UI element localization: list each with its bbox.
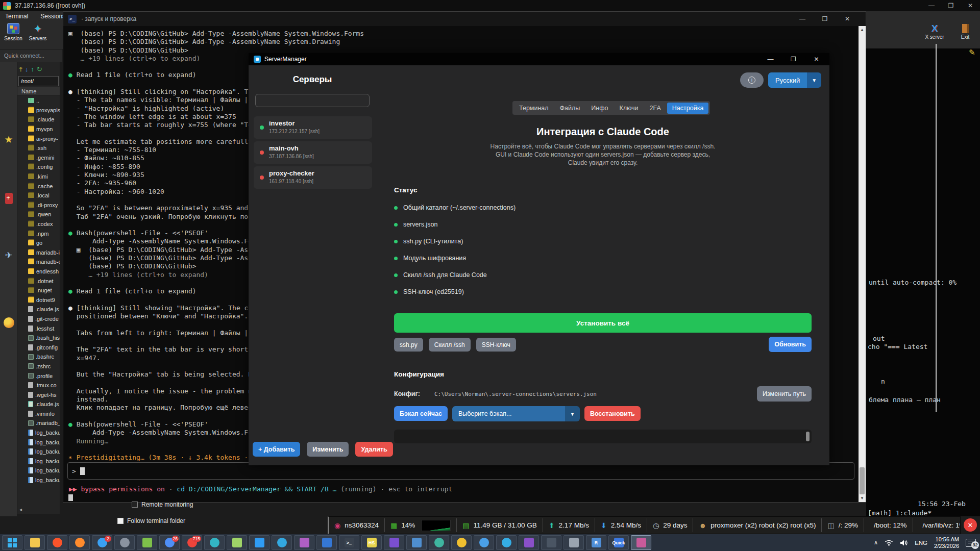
minimize-icon[interactable]: — — [759, 53, 782, 65]
taskbar-app-icon[interactable]: >_ — [339, 535, 359, 550]
tree-item[interactable]: .viminfo — [17, 409, 60, 419]
tab[interactable]: Инфо — [586, 103, 613, 114]
tray-expand-icon[interactable]: ∧ — [874, 539, 878, 546]
monitor-close-button[interactable]: ✕ — [964, 518, 977, 532]
taskbar-app-icon[interactable]: R — [586, 535, 606, 550]
server-list-item[interactable]: main-ovh 37.187.136.86 [ssh] — [254, 141, 372, 164]
exit-button[interactable]: Exit — [953, 23, 977, 40]
tree-item[interactable]: .. — [17, 96, 60, 106]
taskbar-app-icon[interactable]: HS — [361, 535, 382, 550]
refresh-icon[interactable]: ↻ — [37, 66, 42, 72]
tree-item[interactable]: .gitconfig — [17, 342, 60, 352]
taskbar-app-icon[interactable] — [451, 535, 472, 550]
taskbar-app-icon[interactable]: 2 — [92, 535, 112, 550]
component-button[interactable]: ssh.py — [394, 338, 423, 352]
taskbar-app-icon[interactable] — [496, 535, 517, 550]
tree-item[interactable]: .lesshst — [17, 323, 60, 333]
menu-terminal[interactable]: Terminal — [5, 13, 28, 20]
server-action-button[interactable]: Изменить — [307, 442, 349, 457]
volume-icon[interactable] — [900, 539, 908, 546]
tree-item[interactable]: .zshrc — [17, 362, 60, 371]
restore-button[interactable]: Восстановить — [584, 406, 641, 421]
tree-item[interactable]: .npm — [17, 229, 60, 238]
tree-item[interactable]: .tmux.co — [17, 381, 60, 390]
tree-item[interactable]: .profile — [17, 371, 60, 381]
quick-connect-input[interactable]: Quick connect... — [0, 49, 62, 62]
taskbar-app-icon[interactable] — [564, 535, 584, 550]
tree-item[interactable]: myvpn — [17, 124, 60, 134]
info-button[interactable]: i — [740, 72, 764, 88]
taskbar-app-icon[interactable] — [474, 535, 494, 550]
taskbar-app-icon[interactable] — [519, 535, 539, 550]
taskbar-app-icon[interactable] — [114, 535, 135, 550]
tree-item[interactable]: dotnet9 — [17, 295, 60, 305]
tree-item[interactable]: .nuget — [17, 286, 60, 295]
change-path-button[interactable]: Изменить путь — [757, 386, 812, 402]
tree-item[interactable]: .wget-hs — [17, 390, 60, 399]
favorites-star-icon[interactable]: ★ — [0, 134, 17, 145]
x-server-button[interactable]: X X server — [923, 23, 946, 40]
refresh-button[interactable]: Обновить — [769, 337, 812, 352]
tree-item[interactable]: endlessh — [17, 267, 60, 277]
menu-sessions[interactable]: Sessions — [40, 13, 65, 20]
tab[interactable]: Настройка — [667, 103, 709, 114]
tree-scroll-left-icon[interactable]: ◂ — [19, 507, 22, 512]
taskbar-app-icon[interactable] — [69, 535, 90, 550]
upload-icon[interactable]: ↑ — [31, 66, 34, 72]
server-search-input[interactable] — [255, 94, 370, 107]
minimize-icon[interactable]: — — [922, 0, 941, 11]
tree-item[interactable]: .bashrc — [17, 352, 60, 362]
scroll-up-icon[interactable]: ▲ — [859, 28, 866, 32]
maximize-icon[interactable]: ❐ — [782, 53, 805, 65]
taskbar-app-icon[interactable] — [47, 535, 67, 550]
download-icon[interactable]: ↓ — [25, 66, 29, 72]
notifications-icon[interactable]: 32 — [966, 539, 976, 547]
tree-column-header[interactable]: Name — [17, 87, 60, 96]
minimize-icon[interactable]: — — [791, 12, 814, 26]
tree-item[interactable]: .claude — [17, 115, 60, 124]
tree-item[interactable]: log_backu — [17, 447, 60, 457]
restore-icon[interactable]: ❐ — [814, 12, 836, 26]
tree-item[interactable]: .dotnet — [17, 276, 60, 286]
close-icon[interactable]: ✕ — [836, 12, 859, 26]
tree-item[interactable]: .di-proxy — [17, 201, 60, 210]
scrollbar-thumb[interactable] — [806, 432, 810, 441]
tab[interactable]: Файлы — [555, 103, 585, 114]
wifi-icon[interactable] — [885, 539, 893, 546]
tools-knife-icon[interactable] — [0, 193, 17, 206]
taskbar-app-icon[interactable] — [384, 535, 404, 550]
tree-item[interactable]: ai-proxy- — [17, 134, 60, 143]
server-list-item[interactable]: investor 173.212.212.157 [ssh] — [254, 116, 372, 139]
servers-button[interactable]: ✦ Servers — [26, 23, 50, 41]
tree-item[interactable]: log_backu — [17, 457, 60, 466]
tree-item[interactable]: log_backu — [17, 475, 60, 485]
globe-icon[interactable] — [0, 317, 17, 330]
tree-item[interactable]: .claude.js — [17, 305, 60, 314]
tree-item[interactable]: .gemini — [17, 153, 60, 163]
tree-item[interactable]: log_backu — [17, 437, 60, 447]
pencil-icon[interactable]: ✎ — [969, 48, 975, 57]
tab[interactable]: Терминал — [514, 103, 554, 114]
taskbar-app-icon[interactable] — [631, 535, 651, 550]
paper-plane-icon[interactable]: ✈ — [0, 250, 17, 261]
terminal-scrollbar[interactable]: ▲ ▼ — [859, 26, 866, 502]
taskbar-app-icon[interactable] — [429, 535, 449, 550]
tree-item[interactable]: .bash_his — [17, 333, 60, 343]
scrollbar-thumb[interactable] — [860, 467, 865, 494]
taskbar-app-icon[interactable] — [272, 535, 292, 550]
tree-item[interactable]: mariadb-i — [17, 248, 60, 258]
tree-item[interactable]: .git-crede — [17, 314, 60, 324]
taskbar-app-icon[interactable] — [137, 535, 157, 550]
tree-item[interactable]: .mariadb_ — [17, 418, 60, 428]
terminal-titlebar[interactable]: >_ · запуск и проверка — [63, 12, 866, 26]
component-button[interactable]: Скилл /ssh — [429, 338, 471, 352]
taskbar-app-icon[interactable] — [541, 535, 561, 550]
tree-item[interactable]: .claude.js — [17, 399, 60, 409]
clock[interactable]: 10:56 AM 2/23/2026 — [934, 536, 959, 549]
taskbar-app-icon[interactable] — [294, 535, 314, 550]
taskbar-app-icon[interactable] — [204, 535, 225, 550]
component-button[interactable]: SSH-ключ — [476, 338, 516, 352]
tree-item[interactable]: .config — [17, 162, 60, 172]
server-action-button[interactable]: + Добавить — [253, 442, 300, 457]
tree-item[interactable]: .qwen — [17, 210, 60, 219]
